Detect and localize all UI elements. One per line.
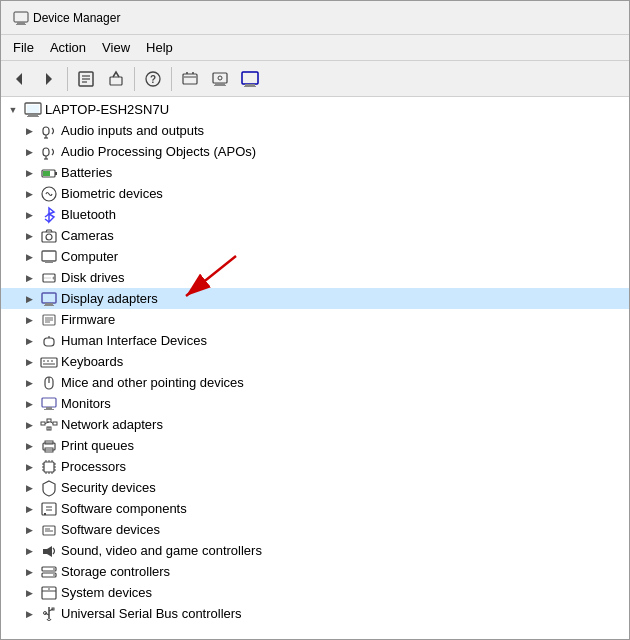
tree-item[interactable]: Display adapters [1,288,629,309]
computer-root-icon [24,101,42,119]
expand-btn[interactable] [21,333,37,349]
svg-point-104 [53,574,55,576]
tree-item[interactable]: Security devices [1,477,629,498]
expand-btn[interactable] [21,270,37,286]
update-driver-button[interactable] [102,65,130,93]
keyboard-icon [40,353,58,371]
audio-icon [40,143,58,161]
node-label: Keyboards [61,354,123,369]
expand-btn[interactable] [21,375,37,391]
tree-item[interactable]: Storage controllers [1,561,629,582]
svg-rect-66 [42,398,56,407]
expand-btn[interactable] [21,354,37,370]
expand-btn[interactable] [21,543,37,559]
tree-root[interactable]: LAPTOP-ESH2SN7U [1,99,629,120]
device-tree[interactable]: LAPTOP-ESH2SN7U Audio inputs and outputs… [1,97,629,639]
software-icon [40,521,58,539]
toolbar-separator-3 [171,67,172,91]
menu-help[interactable]: Help [138,38,181,57]
expand-btn[interactable] [21,144,37,160]
node-label: Bluetooth [61,207,116,222]
node-label: Disk drives [61,270,125,285]
tree-item[interactable]: Disk drives [1,267,629,288]
uninstall-button[interactable] [176,65,204,93]
tree-item[interactable]: System devices [1,582,629,603]
node-label: Mice and other pointing devices [61,375,244,390]
expand-btn[interactable] [21,396,37,412]
menu-view[interactable]: View [94,38,138,57]
tree-item[interactable]: Universal Serial Bus controllers [1,603,629,624]
tree-item[interactable]: Monitors [1,393,629,414]
expand-btn[interactable] [21,312,37,328]
tree-item[interactable]: Print queues [1,435,629,456]
expand-btn[interactable] [21,480,37,496]
forward-button[interactable] [35,65,63,93]
expand-btn[interactable] [21,291,37,307]
tree-item[interactable]: Firmware [1,309,629,330]
svg-rect-37 [55,172,57,175]
expand-btn[interactable] [21,207,37,223]
bluetooth-icon [40,206,58,224]
menu-action[interactable]: Action [42,38,94,57]
expand-btn[interactable] [21,459,37,475]
svg-rect-24 [28,114,38,116]
expand-btn[interactable] [21,417,37,433]
expand-btn[interactable] [21,165,37,181]
expand-btn[interactable] [21,438,37,454]
node-label: Cameras [61,228,114,243]
expand-btn[interactable] [21,522,37,538]
tree-item[interactable]: Software devices [1,519,629,540]
help-button[interactable]: ? [139,65,167,93]
tree-item[interactable]: Computer [1,246,629,267]
svg-rect-67 [46,407,52,409]
root-label: LAPTOP-ESH2SN7U [45,102,169,117]
tree-item[interactable]: Keyboards [1,351,629,372]
back-button[interactable] [5,65,33,93]
tree-item[interactable]: Sound, video and game controllers [1,540,629,561]
tree-item[interactable]: Audio Processing Objects (APOs) [1,141,629,162]
svg-point-107 [48,588,50,590]
tree-item[interactable]: Software components [1,498,629,519]
root-expand-btn[interactable] [5,102,21,118]
tree-item[interactable]: Bluetooth [1,204,629,225]
svg-rect-17 [215,83,225,85]
expand-btn[interactable] [21,228,37,244]
expand-btn[interactable] [21,123,37,139]
menu-file[interactable]: File [5,38,42,57]
security-icon [40,479,58,497]
tree-item[interactable]: Processors [1,456,629,477]
storage-icon [40,563,58,581]
tree-item[interactable]: Audio inputs and outputs [1,120,629,141]
expand-btn[interactable] [21,186,37,202]
svg-rect-69 [41,422,45,425]
svg-marker-100 [47,546,52,557]
svg-rect-2 [16,24,26,25]
expand-btn[interactable] [21,606,37,622]
node-label: System devices [61,585,152,600]
svg-marker-3 [16,73,22,85]
tree-item[interactable]: Batteries [1,162,629,183]
tree-item[interactable]: Mice and other pointing devices [1,372,629,393]
expand-btn[interactable] [21,564,37,580]
usb-icon [40,605,58,623]
node-label: Software devices [61,522,160,537]
tree-item[interactable]: Biometric devices [1,183,629,204]
expand-btn[interactable] [21,501,37,517]
properties-button[interactable] [72,65,100,93]
svg-rect-22 [244,86,256,87]
expand-btn[interactable] [21,249,37,265]
node-label: Network adapters [61,417,163,432]
svg-rect-46 [45,261,53,263]
svg-rect-71 [53,422,57,425]
tree-item[interactable]: Network adapters [1,414,629,435]
scan-button[interactable] [206,65,234,93]
tree-item[interactable]: Cameras [1,225,629,246]
node-label: Biometric devices [61,186,163,201]
node-label: Print queues [61,438,134,453]
display-button[interactable] [236,65,264,93]
expand-btn[interactable] [21,585,37,601]
mouse-icon [40,374,58,392]
toolbar-separator-2 [134,67,135,91]
tree-item[interactable]: Human Interface Devices [1,330,629,351]
menu-bar: File Action View Help [1,35,629,61]
